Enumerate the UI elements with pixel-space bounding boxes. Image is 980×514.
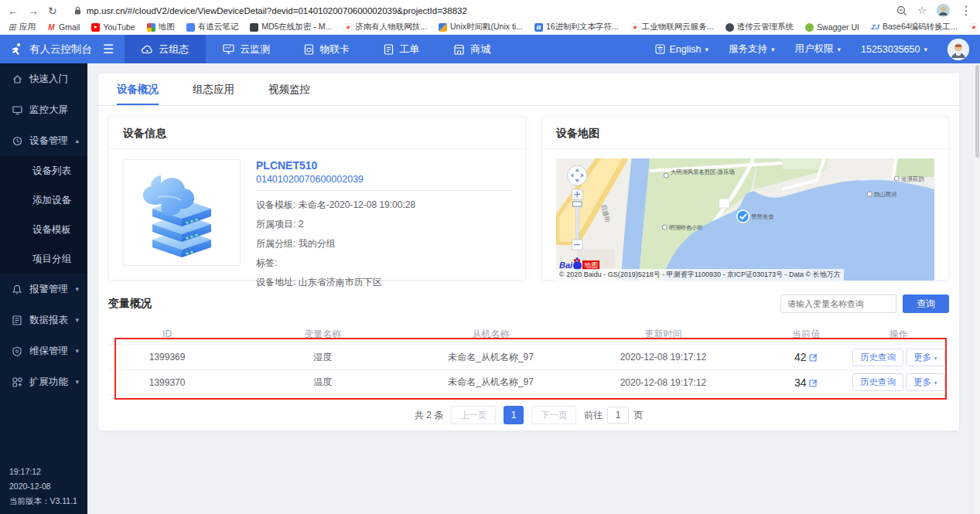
bookmark-gmail[interactable]: MGmail (47, 22, 80, 32)
chevron-down-icon: ▾ (934, 355, 937, 362)
bookmark-usr-tech[interactable]: ★济南有人物联网技... (343, 22, 427, 32)
prev-page-button[interactable]: 上一页 (451, 406, 496, 424)
nav-iot-card[interactable]: 物联卡 (287, 35, 367, 63)
history-query-button[interactable]: 历史查询 (852, 373, 903, 391)
url-text: mp.usr.cn/#/cloudV2/device/ViewDeviceDet… (87, 6, 467, 15)
home-icon (12, 74, 22, 84)
sidebar-item-add-device[interactable]: 添加设备 (0, 186, 87, 215)
service-support-menu[interactable]: 服务支持▾ (729, 43, 775, 56)
edit-value-icon[interactable] (809, 353, 818, 362)
baidu-paw-icon (573, 261, 582, 270)
map-pan-control[interactable] (568, 165, 587, 186)
user-permission-menu[interactable]: 用户权限▾ (794, 43, 841, 56)
globe-icon (655, 44, 665, 54)
query-button[interactable]: 查询 (903, 294, 949, 313)
chrome-profile-avatar[interactable] (937, 4, 950, 17)
sidebar-item-data-report[interactable]: 数据报表 ▾ (0, 305, 87, 335)
bookmark-mes[interactable]: ★MES | 有人物联网 (969, 22, 980, 32)
bookmark-youtube[interactable]: YouTube (91, 22, 135, 32)
sidebar: 快速入门 监控大屏 设备管理 ▴ 设备列表 添加设备 设备模板 项目分组 报警管… (0, 63, 87, 514)
more-button[interactable]: 更多 ▾ (906, 373, 944, 391)
zoom-out-icon[interactable] (896, 5, 907, 16)
detail-tabs: 设备概况 组态应用 视频监控 (98, 73, 959, 106)
nav-store[interactable]: 商城 (436, 35, 507, 63)
variables-title: 变量概况 (108, 297, 152, 311)
map-poi-ne1: 沧浪荷韵 (901, 175, 924, 182)
md5-icon (250, 23, 258, 32)
sidebar-footer: 19:17:12 2020-12-08 当前版本：V3.11.1 (9, 465, 77, 509)
brand[interactable]: 有人云控制台 ☰ (0, 35, 125, 63)
bookmark-unix-time[interactable]: Unix时间戳(Unix ti... (439, 22, 523, 32)
tab-scada-app[interactable]: 组态应用 (193, 73, 234, 105)
goto-page-input[interactable] (607, 407, 629, 424)
usr-runner-icon: ★ (969, 23, 978, 32)
map-poi-snack: 明湖特色小吃 (669, 224, 703, 231)
device-project-row: 所属项目: 2 (256, 215, 511, 234)
cell-update-time: 2020-12-08 19:17:12 (562, 352, 764, 363)
account-menu[interactable]: 15253035650▾ (861, 44, 927, 55)
sidebar-item-extensions[interactable]: 扩展功能 ▾ (0, 366, 87, 397)
total-count: 共 2 条 (415, 409, 443, 422)
nav-cloud-scada[interactable]: 云组态 (125, 35, 206, 63)
bookmark-swagger[interactable]: Swagger UI (805, 22, 859, 32)
sidebar-item-alarm-manage[interactable]: 报警管理 ▾ (0, 274, 87, 305)
edit-value-icon[interactable] (809, 379, 818, 387)
bookmark-apps[interactable]: ⊞应用 (8, 22, 36, 32)
sidebar-item-quick-start[interactable]: 快速入门 (0, 63, 87, 94)
tab-video-monitor[interactable]: 视频监控 (268, 73, 310, 105)
bookmark-youdao[interactable]: 有道云笔记 (186, 22, 239, 32)
monitor-icon (223, 44, 234, 54)
current-page-button[interactable]: 1 (504, 406, 524, 424)
bookmark-star-icon[interactable]: ☆ (917, 5, 927, 16)
more-button[interactable]: 更多 ▾ (906, 349, 944, 366)
cell-slave-name: 未命名_从机名称_97 (419, 351, 562, 364)
browser-chrome: ← → ↻ mp.usr.cn/#/cloudV2/device/ViewDev… (0, 0, 980, 35)
sidebar-item-device-template[interactable]: 设备模板 (0, 215, 87, 244)
user-avatar[interactable] (948, 39, 969, 60)
next-page-button[interactable]: 下一页 (531, 406, 576, 424)
screen-icon (12, 105, 22, 115)
cloud-globe-icon (726, 23, 734, 32)
bookmark-hex[interactable]: B16进制到文本字符... (534, 22, 619, 32)
variable-search-input[interactable] (780, 294, 896, 313)
device-id-link[interactable]: 01401020070600002039 (256, 174, 511, 185)
sidebar-item-device-manage[interactable]: 设备管理 ▴ (0, 125, 87, 156)
sidebar-item-project-group[interactable]: 项目分组 (0, 244, 87, 274)
bookmark-cloud-mgmt[interactable]: 透传云管理系统 (726, 22, 794, 32)
history-query-button[interactable]: 历史查询 (852, 349, 903, 366)
report-icon (12, 315, 22, 325)
device-manage-submenu: 设备列表 添加设备 设备模板 项目分组 (0, 156, 87, 274)
reload-icon[interactable]: ↻ (48, 5, 57, 16)
scrollbar[interactable] (975, 63, 980, 514)
sidebar-item-monitor-screen[interactable]: 监控大屏 (0, 94, 87, 125)
bookmark-iiot-cloud[interactable]: ★工业物联网云服务... (630, 22, 714, 32)
cell-current-value: 34 (794, 376, 807, 389)
scrollbar-thumb[interactable] (975, 65, 979, 158)
back-icon[interactable]: ← (8, 5, 19, 16)
baidu-map[interactable]: 大明湖风景名胜区-游乐场 明湖特色小吃 沧浪荷韵 鹊山雨润 启盛街 (556, 158, 934, 281)
bookmark-md5[interactable]: MD5在线加密 - M... (250, 22, 332, 32)
youdao-note-icon (186, 23, 195, 32)
variables-section: 变量概况 查询 ID 变量名称 从机名称 更新时间 当前值 操作 (98, 294, 959, 424)
tab-device-overview[interactable]: 设备概况 (117, 73, 159, 105)
nav-work-order[interactable]: 工单 (367, 35, 436, 63)
chevron-up-icon: ▴ (75, 137, 79, 145)
nav-cloud-monitor[interactable]: 云监测 (206, 35, 287, 63)
device-illustration-icon (135, 166, 229, 259)
forward-icon[interactable]: → (28, 5, 39, 16)
bookmark-maps[interactable]: 地图 (147, 22, 175, 32)
chevron-down-icon: ▾ (75, 316, 79, 324)
store-icon (453, 44, 465, 55)
extension-icon (12, 377, 22, 387)
menu-collapse-icon[interactable]: ☰ (103, 42, 114, 56)
bookmark-base64[interactable]: ZJBase64编码转换工... (871, 22, 958, 32)
hex-converter-icon: B (534, 23, 543, 32)
top-nav: 云组态 云监测 物联卡 工单 商城 (125, 35, 507, 63)
sidebar-item-maintain-manage[interactable]: 维保管理 ▾ (0, 335, 87, 366)
sidebar-item-device-list[interactable]: 设备列表 (0, 156, 87, 186)
device-manage-icon (12, 136, 22, 146)
address-bar[interactable]: mp.usr.cn/#/cloudV2/device/ViewDeviceDet… (67, 2, 888, 19)
language-select[interactable]: English▾ (655, 44, 709, 55)
chrome-menu-icon[interactable]: ⋮ (960, 3, 972, 18)
bookmarks-bar: ⊞应用 MGmail YouTube 地图 有道云笔记 MD5在线加密 - M.… (0, 21, 980, 35)
